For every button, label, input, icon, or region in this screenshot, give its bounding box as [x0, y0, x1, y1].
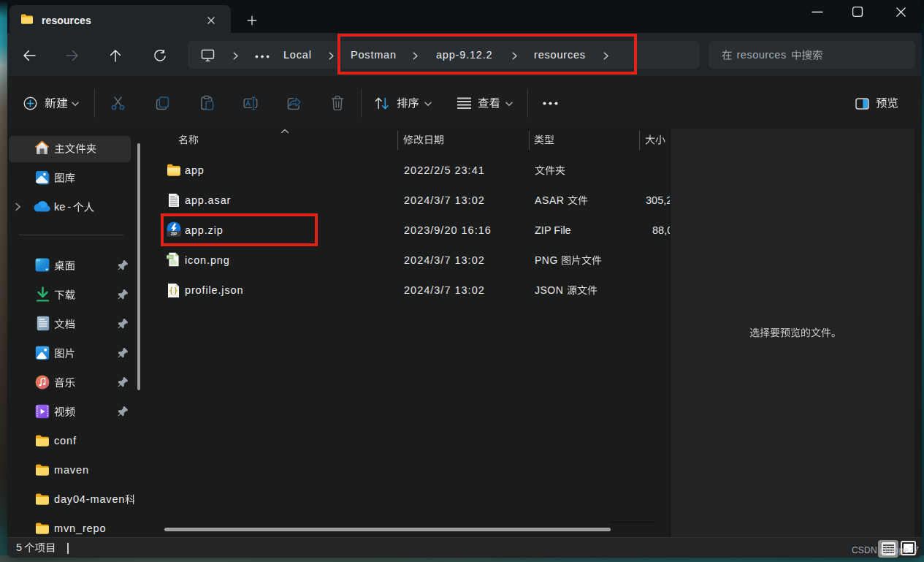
- svg-text:PNG: PNG: [167, 256, 173, 259]
